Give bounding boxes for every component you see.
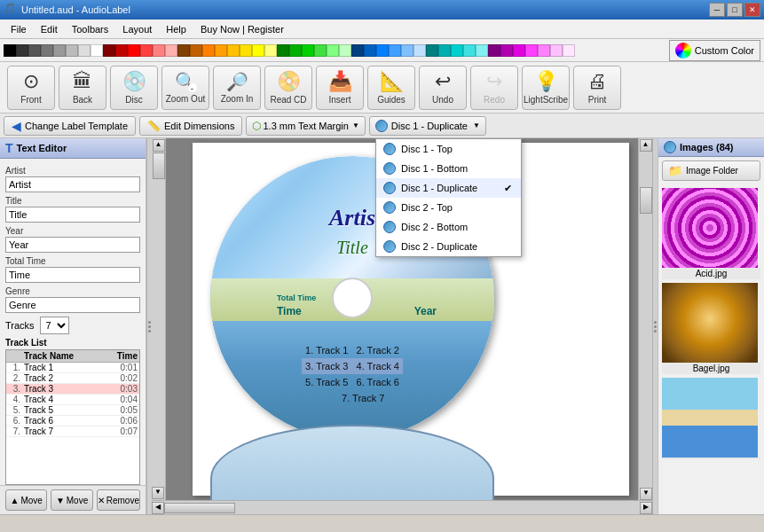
dropdown-item-disc2-duplicate[interactable]: Disc 2 - Duplicate	[376, 237, 521, 256]
artist-input[interactable]	[5, 176, 140, 192]
undo-button[interactable]: ↩ Undo	[419, 66, 467, 110]
scroll-thumb[interactable]	[153, 153, 165, 179]
color-cyan-dark[interactable]	[438, 44, 451, 57]
color-darkorange[interactable]	[190, 44, 202, 57]
color-darkgreen[interactable]	[277, 44, 289, 57]
color-medgreen[interactable]	[302, 44, 314, 57]
guides-button[interactable]: 📐 Guides	[367, 66, 415, 110]
total-time-input[interactable]	[5, 267, 140, 283]
color-light-magenta[interactable]	[538, 44, 550, 57]
menu-edit[interactable]: Edit	[34, 22, 65, 36]
color-palegreen[interactable]	[327, 44, 339, 57]
year-input[interactable]	[5, 237, 140, 253]
color-brown[interactable]	[177, 44, 190, 57]
menu-toolbars[interactable]: Toolbars	[65, 22, 116, 36]
track-row[interactable]: 4. Track 4 0:04	[6, 395, 139, 405]
color-darkred[interactable]	[103, 44, 115, 57]
image-folder-button[interactable]: 📁 Image Folder	[662, 160, 760, 181]
color-lightgreen[interactable]	[314, 44, 327, 57]
text-margin-dropdown[interactable]: ⬡ 1.3 mm Text Margin ▼	[246, 116, 365, 136]
track-row[interactable]: 3. Track 3 0:03	[6, 384, 139, 395]
color-violet[interactable]	[500, 44, 513, 57]
thumbnail-bagel[interactable]: Bagel.jpg	[662, 283, 760, 374]
dropdown-item-disc1-top[interactable]: Disc 1 - Top	[376, 139, 521, 159]
zoom-out-button[interactable]: 🔍- Zoom Out	[161, 66, 209, 110]
scroll-right-button[interactable]: ▶	[640, 502, 652, 514]
right-vscrollbar[interactable]: ▲ ▼	[638, 138, 652, 500]
edit-dimensions-button[interactable]: 📏 Edit Dimensions	[139, 116, 242, 136]
color-green[interactable]	[289, 44, 302, 57]
move-up-button[interactable]: ▲ Move	[5, 489, 47, 511]
track-row[interactable]: 2. Track 2 0:02	[6, 373, 139, 384]
disc-button[interactable]: 💿 Disc	[110, 66, 158, 110]
color-white[interactable]	[91, 44, 103, 57]
dropdown-item-disc2-top[interactable]: Disc 2 - Top	[376, 198, 521, 217]
color-bright-magenta[interactable]	[525, 44, 538, 57]
color-black[interactable]	[4, 44, 16, 57]
redo-button[interactable]: ↪ Redo	[470, 66, 518, 110]
genre-input[interactable]	[5, 297, 140, 313]
scroll-up-button[interactable]: ▲	[153, 139, 165, 152]
dropdown-item-disc1-duplicate[interactable]: Disc 1 - Duplicate ✔	[376, 178, 521, 198]
color-lightred[interactable]	[140, 44, 153, 57]
color-paleblue[interactable]	[414, 44, 426, 57]
change-template-button[interactable]: ◀ Change Label Template	[4, 116, 136, 136]
front-button[interactable]: ⊙ Front	[7, 66, 55, 110]
menu-help[interactable]: Help	[159, 22, 193, 36]
lightscribe-button[interactable]: 💡 LightScribe	[522, 66, 570, 110]
track-row[interactable]: 7. Track 7 0:07	[6, 426, 139, 437]
color-medgray[interactable]	[41, 44, 53, 57]
title-input[interactable]	[5, 207, 140, 223]
scroll-down-button[interactable]: ▼	[152, 487, 164, 499]
color-medblue[interactable]	[389, 44, 401, 57]
thumbnail-acid[interactable]: Acid.jpg	[662, 188, 760, 279]
scroll-up-button-r[interactable]: ▲	[640, 139, 652, 152]
dropdown-item-disc2-bottom[interactable]: Disc 2 - Bottom	[376, 217, 521, 237]
color-pale-cyan[interactable]	[476, 44, 488, 57]
color-silver[interactable]	[66, 44, 78, 57]
dropdown-item-disc1-bottom[interactable]: Disc 1 - Bottom	[376, 159, 521, 178]
color-magenta[interactable]	[513, 44, 525, 57]
color-cyan[interactable]	[451, 44, 463, 57]
color-purple[interactable]	[488, 44, 500, 57]
tracks-select[interactable]: 7 1234 568	[40, 317, 69, 334]
color-whitegray[interactable]	[78, 44, 91, 57]
color-lavender[interactable]	[563, 44, 575, 57]
zoom-in-button[interactable]: 🔎 Zoom In	[213, 66, 261, 110]
color-brightred[interactable]	[128, 44, 140, 57]
disc-selector-dropdown[interactable]: Disc 1 - Duplicate ▼	[369, 116, 486, 136]
color-lightgray[interactable]	[53, 44, 66, 57]
menu-buy[interactable]: Buy Now | Register	[193, 22, 291, 36]
color-pale-magenta[interactable]	[550, 44, 563, 57]
h-scroll-thumb[interactable]	[164, 503, 235, 513]
track-row[interactable]: 1. Track 1 0:01	[6, 363, 139, 373]
left-vscrollbar[interactable]: ▲ ▼	[152, 138, 166, 500]
move-down-button[interactable]: ▼ Move	[51, 489, 92, 511]
color-lightblue[interactable]	[401, 44, 414, 57]
color-darkgray[interactable]	[16, 44, 28, 57]
track-row[interactable]: 6. Track 6 0:06	[6, 416, 139, 426]
print-button[interactable]: 🖨 Print	[573, 66, 621, 110]
menu-layout[interactable]: Layout	[115, 22, 159, 36]
thumbnail-beach[interactable]	[662, 378, 760, 459]
read-cd-button[interactable]: 📀 Read CD	[264, 66, 312, 110]
h-scrollbar[interactable]: ◀ ▶	[152, 500, 652, 514]
color-darknavy[interactable]	[351, 44, 364, 57]
color-blue[interactable]	[376, 44, 389, 57]
color-gray[interactable]	[28, 44, 41, 57]
color-brightyellow[interactable]	[252, 44, 264, 57]
color-amber[interactable]	[215, 44, 227, 57]
color-pink[interactable]	[153, 44, 165, 57]
color-navy[interactable]	[364, 44, 376, 57]
scroll-left-button[interactable]: ◀	[152, 502, 164, 514]
color-mintgreen[interactable]	[339, 44, 351, 57]
close-button[interactable]: ✕	[744, 3, 760, 17]
custom-color-button[interactable]: Custom Color	[669, 40, 760, 61]
insert-button[interactable]: 📥 Insert	[316, 66, 364, 110]
minimize-button[interactable]: ─	[709, 3, 725, 17]
color-gold[interactable]	[227, 44, 240, 57]
back-button[interactable]: 🏛 Back	[59, 66, 106, 110]
remove-button[interactable]: ✕ Remove	[97, 489, 140, 511]
maximize-button[interactable]: □	[727, 3, 743, 17]
menu-file[interactable]: File	[4, 22, 34, 36]
